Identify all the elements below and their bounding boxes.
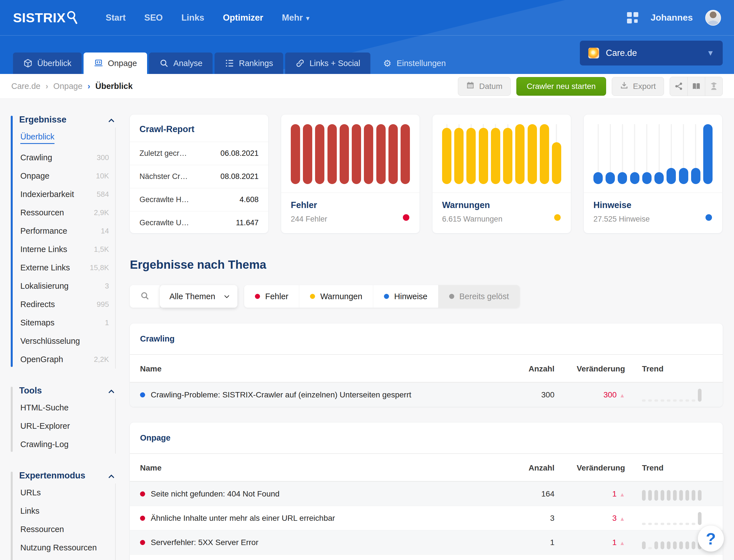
crawl-report-card: Crawl-Report Zuletzt gecr…06.08.2021Näch… xyxy=(130,115,268,233)
project-name: Care.de xyxy=(606,48,637,58)
spark-bar xyxy=(654,399,658,402)
nav-item-mehr[interactable]: Mehr▾ xyxy=(282,13,309,23)
filter-label: Bereits gelöst xyxy=(459,292,509,301)
sidebar-item-externe-links[interactable]: Externe Links15,8K xyxy=(19,259,115,277)
project-selector[interactable]: Care.de ▼ xyxy=(580,41,723,65)
sidebar-section-header-expertenmodus[interactable]: Expertenmodus xyxy=(19,471,116,481)
chart-bar xyxy=(352,124,361,184)
sidebar-item-label: Interne Links xyxy=(20,245,67,254)
export-button[interactable]: Export xyxy=(612,77,664,96)
spark-bar xyxy=(698,490,702,501)
spark-bar xyxy=(642,541,646,549)
restart-crawler-button[interactable]: Crawler neu starten xyxy=(516,77,606,96)
handbook-icon[interactable] xyxy=(687,77,705,96)
sidebar-item-onpage[interactable]: Onpage10K xyxy=(19,167,115,185)
sidebar-item-überblick[interactable]: Überblick xyxy=(19,128,115,148)
spark-bar xyxy=(679,523,683,525)
bar-slot xyxy=(388,124,398,184)
chevron-down-icon xyxy=(224,293,229,298)
column-header-veraenderung: Veränderung xyxy=(554,364,625,373)
table-row[interactable]: Crawling-Probleme: SISTRIX-Crawler auf (… xyxy=(130,382,723,407)
card-subtitle: 6.615 Warnungen xyxy=(442,215,561,224)
tab-label: Rankings xyxy=(239,59,273,68)
help-button[interactable]: ? xyxy=(698,526,724,552)
nav-item-optimizer[interactable]: Optimizer xyxy=(223,13,263,23)
sidebar-item-opengraph[interactable]: OpenGraph2,2K xyxy=(19,350,115,369)
bar-slot xyxy=(364,124,373,184)
sistrix-logo[interactable]: SISTRIX xyxy=(13,10,78,25)
table-row[interactable]: Seite nicht gefunden: 404 Not Found1641▲ xyxy=(130,482,723,506)
sidebar-item-ressourcen[interactable]: Ressourcen2,9K xyxy=(19,204,115,222)
spark-bar xyxy=(673,523,677,525)
apps-grid-icon[interactable] xyxy=(627,12,638,23)
table-row[interactable]: Alt-Attribut eines Bildes leer1.1511.151… xyxy=(130,554,723,560)
chart-bar xyxy=(315,124,324,184)
breadcrumb-project[interactable]: Care.de xyxy=(11,82,40,91)
nav-item-start[interactable]: Start xyxy=(106,13,126,23)
sidebar-section-header-tools[interactable]: Tools xyxy=(19,386,116,396)
sidebar-item-nutzung-ressourcen[interactable]: Nutzung Ressourcen xyxy=(19,539,115,557)
sidebar-item-count: 14 xyxy=(101,227,109,235)
sidebar-item-crawling-log[interactable]: Crawling-Log xyxy=(19,435,115,454)
share-icon[interactable] xyxy=(670,77,687,96)
row-name: Crawling-Probleme: SISTRIX-Crawler auf (… xyxy=(151,390,411,399)
sidebar-item-label: Verschlüsselung xyxy=(20,336,80,346)
sidebar-item-ressourcen[interactable]: Ressourcen xyxy=(19,520,115,539)
sidebar-item-interne-links[interactable]: Interne Links1,5K xyxy=(19,240,115,259)
table-title: Onpage xyxy=(130,423,723,453)
tab-label: Einstellungen xyxy=(397,59,446,68)
tab-analyse[interactable]: Analyse xyxy=(149,53,213,74)
user-name[interactable]: Johannes xyxy=(651,12,693,23)
filter-fehler[interactable]: Fehler xyxy=(244,285,299,308)
chart-bar xyxy=(630,172,639,184)
table-row[interactable]: Ähnliche Inhalte unter mehr als einer UR… xyxy=(130,506,723,530)
table-row[interactable]: Serverfehler: 5XX Server Error11▲ xyxy=(130,530,723,554)
tab-einstellungen[interactable]: ⚙Einstellungen xyxy=(372,53,456,74)
date-button[interactable]: Datum xyxy=(458,77,510,96)
nav-item-links[interactable]: Links xyxy=(181,13,204,23)
sidebar-item-indexierbarkeit[interactable]: Indexierbarkeit584 xyxy=(19,185,115,204)
tab-links-social[interactable]: Links + Social xyxy=(285,53,370,74)
avatar[interactable] xyxy=(705,10,721,26)
chart-bar xyxy=(606,172,615,184)
sidebar-item-url-explorer[interactable]: URL-Explorer xyxy=(19,417,115,435)
nav-item-seo[interactable]: SEO xyxy=(144,13,163,23)
filter-hinweise[interactable]: Hinweise xyxy=(373,285,438,308)
row-anzahl: 164 xyxy=(509,489,554,498)
sidebar-item-redirects[interactable]: Redirects995 xyxy=(19,295,115,314)
sidebar-item-links[interactable]: Links xyxy=(19,502,115,520)
sidebar-item-cookies[interactable]: Cookies xyxy=(19,557,115,560)
tab-rankings[interactable]: Rankings xyxy=(215,53,283,74)
toolbar: Datum Crawler neu starten Export xyxy=(458,77,723,96)
bar-slot xyxy=(491,124,500,184)
sidebar-item-label: Lokalisierung xyxy=(20,281,69,291)
spark-bar xyxy=(642,490,646,501)
summary-cards-row: Crawl-Report Zuletzt gecr…06.08.2021Näch… xyxy=(130,115,723,233)
sidebar-item-performance[interactable]: Performance14 xyxy=(19,222,115,240)
chart-bar xyxy=(679,168,688,184)
sidebar-item-count: 1,5K xyxy=(94,245,109,254)
themes-dropdown[interactable]: Alle Themen xyxy=(160,285,237,308)
sidebar-item-crawling[interactable]: Crawling300 xyxy=(19,148,115,167)
card-caption: Fehler244 Fehler xyxy=(281,193,420,224)
tab-label: Links + Social xyxy=(309,59,360,68)
chart-bar xyxy=(454,128,464,184)
tab-überblick[interactable]: Überblick xyxy=(13,53,82,74)
spark-bar xyxy=(661,490,664,501)
sidebar-item-lokalisierung[interactable]: Lokalisierung3 xyxy=(19,277,115,295)
filter-warnungen[interactable]: Warnungen xyxy=(299,285,373,308)
breadcrumb-onpage[interactable]: Onpage xyxy=(53,82,82,91)
sidebar-item-html-suche[interactable]: HTML-Suche xyxy=(19,399,115,417)
sidebar-item-sitemaps[interactable]: Sitemaps1 xyxy=(19,314,115,332)
search-button[interactable] xyxy=(130,285,160,308)
row-change: 3▲ xyxy=(554,514,625,523)
sidebar-section-header-ergebnisse[interactable]: Ergebnisse xyxy=(19,115,116,125)
spark-bar xyxy=(648,523,652,525)
triangle-up-icon: ▲ xyxy=(619,491,625,498)
academy-icon[interactable] xyxy=(705,77,722,96)
tab-onpage[interactable]: Onpage xyxy=(84,53,147,74)
filter-bereits-gelöst[interactable]: Bereits gelöst xyxy=(438,285,520,308)
row-name-cell: Seite nicht gefunden: 404 Not Found xyxy=(140,489,509,498)
sidebar-item-urls[interactable]: URLs xyxy=(19,484,115,502)
sidebar-item-verschlüsselung[interactable]: Verschlüsselung xyxy=(19,332,115,350)
